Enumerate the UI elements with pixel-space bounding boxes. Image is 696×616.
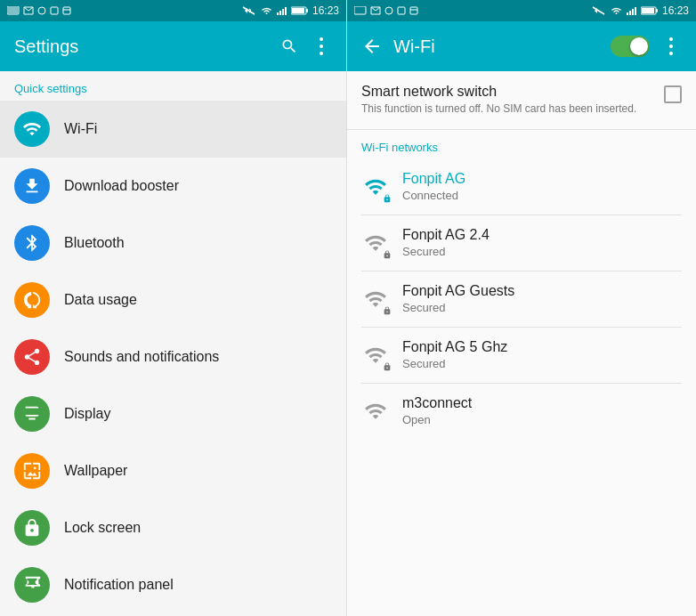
- wallpaper-icon: [22, 461, 42, 481]
- networks-list: Fonpit AG Connected Fonpit AG 2.4 Secure…: [347, 159, 696, 439]
- bluetooth-icon-circle: [14, 225, 50, 261]
- svg-rect-23: [627, 12, 628, 15]
- right-mute-icon: [592, 6, 606, 15]
- settings-list: Wi-Fi Download booster Bluetooth: [0, 101, 346, 616]
- svg-rect-4: [63, 7, 70, 14]
- wifi-toolbar: Wi-Fi: [347, 21, 696, 71]
- network-name-m3connect: m3connect: [402, 395, 682, 411]
- network-info-fonpit-ag-5ghz: Fonpit AG 5 Ghz Secured: [402, 339, 682, 370]
- wallpaper-icon-circle: [14, 453, 50, 489]
- network-item-m3connect[interactable]: m3connect Open: [347, 384, 696, 439]
- wifi-status-icon: [260, 6, 273, 15]
- wifi-more-icon: [669, 37, 673, 55]
- wifi-more-options-button[interactable]: [660, 36, 682, 57]
- notification-panel-icon: [22, 575, 42, 595]
- svg-point-18: [385, 7, 393, 14]
- smart-network-switch-row[interactable]: Smart network switch This function is tu…: [347, 71, 696, 130]
- svg-point-15: [320, 45, 323, 48]
- svg-point-16: [320, 52, 323, 55]
- network-item-fonpit-ag-24[interactable]: Fonpit AG 2.4 Secured: [347, 215, 696, 271]
- network-item-fonpit-ag-guests[interactable]: Fonpit AG Guests Secured: [347, 272, 696, 327]
- right-notification-icon: [354, 6, 367, 15]
- svg-rect-7: [277, 12, 279, 15]
- network-info-fonpit-ag-24: Fonpit AG 2.4 Secured: [402, 227, 682, 258]
- network-name-fonpit-ag: Fonpit AG: [402, 171, 682, 187]
- network-item-fonpit-ag[interactable]: Fonpit AG Connected: [347, 159, 696, 215]
- download-booster-label: Download booster: [64, 178, 179, 194]
- settings-item-wallpaper[interactable]: Wallpaper: [0, 442, 346, 499]
- wifi-icon-circle: [14, 111, 50, 147]
- svg-rect-1: [8, 7, 18, 13]
- network-status-m3connect: Open: [402, 413, 682, 426]
- settings-item-download-booster[interactable]: Download booster: [0, 158, 346, 215]
- sounds-label: Sounds and notifications: [64, 349, 219, 365]
- gmail-icon: [23, 6, 34, 15]
- svg-rect-3: [51, 7, 58, 14]
- notification-icon-circle: [14, 567, 50, 603]
- settings-item-notification-panel[interactable]: Notification panel: [0, 556, 346, 613]
- network-item-fonpit-ag-5ghz[interactable]: Fonpit AG 5 Ghz Secured: [347, 328, 696, 383]
- network-info-fonpit-ag-guests: Fonpit AG Guests Secured: [402, 283, 682, 314]
- right-time: 16:23: [662, 4, 689, 17]
- app-icon-3: [62, 6, 71, 15]
- svg-point-30: [669, 37, 673, 41]
- download-icon-circle: [14, 168, 50, 204]
- more-options-button[interactable]: [311, 36, 332, 57]
- wifi-toggle-thumb: [630, 37, 648, 55]
- svg-rect-13: [292, 8, 304, 13]
- wallpaper-label: Wallpaper: [64, 463, 127, 479]
- settings-item-lock-screen[interactable]: Lock screen: [0, 499, 346, 556]
- back-button[interactable]: [361, 36, 383, 57]
- bluetooth-label: Bluetooth: [64, 235, 125, 251]
- settings-item-sounds[interactable]: Sounds and notifications: [0, 328, 346, 385]
- settings-item-bluetooth[interactable]: Bluetooth: [0, 215, 346, 272]
- smart-switch-title: Smart network switch: [361, 84, 653, 100]
- more-icon: [320, 37, 323, 55]
- data-usage-icon: [22, 290, 42, 310]
- lock-small-icon-2: [383, 250, 392, 259]
- svg-rect-25: [632, 9, 634, 15]
- display-icon: [22, 404, 42, 424]
- wifi-toggle[interactable]: [611, 36, 650, 57]
- wifi-signal-open-icon: [361, 399, 390, 424]
- right-wifi-icon: [610, 6, 623, 15]
- lock-small-icon: [383, 194, 392, 203]
- search-icon: [280, 37, 298, 55]
- signal-icon: [277, 6, 287, 15]
- smart-switch-checkbox[interactable]: [664, 85, 682, 103]
- settings-title: Settings: [14, 36, 268, 57]
- svg-point-31: [669, 45, 673, 48]
- right-app-icon-3: [409, 6, 418, 15]
- settings-item-wifi[interactable]: Wi-Fi: [0, 101, 346, 158]
- app-icon-2: [50, 6, 59, 15]
- app-icon-1: [37, 6, 46, 15]
- network-name-fonpit-ag-24: Fonpit AG 2.4: [402, 227, 682, 243]
- left-status-bar: 16:23: [0, 0, 346, 21]
- settings-item-display[interactable]: Display: [0, 385, 346, 442]
- display-label: Display: [64, 406, 110, 422]
- settings-toolbar: Settings: [0, 21, 346, 71]
- wifi-signal-secured-icon-3: [361, 343, 390, 368]
- right-battery-icon: [641, 6, 659, 15]
- wifi-signal-connected-icon: [361, 174, 390, 199]
- sound-icon-circle: [14, 339, 50, 375]
- svg-point-14: [320, 37, 323, 41]
- right-gmail-icon: [370, 6, 381, 15]
- svg-rect-29: [642, 8, 654, 13]
- right-app-icon-1: [384, 6, 393, 15]
- search-button[interactable]: [279, 36, 300, 57]
- wifi-panel: 16:23 Wi-Fi Smart network switch This fu…: [347, 0, 696, 616]
- notification-panel-label: Notification panel: [64, 577, 174, 593]
- network-name-fonpit-ag-5ghz: Fonpit AG 5 Ghz: [402, 339, 682, 355]
- svg-rect-26: [635, 7, 636, 15]
- wifi-label: Wi-Fi: [64, 121, 97, 137]
- settings-item-data-usage[interactable]: Data usage: [0, 272, 346, 328]
- svg-rect-10: [285, 7, 287, 15]
- sound-icon: [22, 347, 42, 367]
- right-app-icon-2: [397, 6, 406, 15]
- quick-settings-label: Quick settings: [0, 71, 346, 101]
- wifi-networks-label: Wi-Fi networks: [347, 130, 696, 159]
- right-signal-icon: [627, 6, 637, 15]
- network-info-fonpit-ag: Fonpit AG Connected: [402, 171, 682, 202]
- back-arrow-icon: [361, 36, 383, 57]
